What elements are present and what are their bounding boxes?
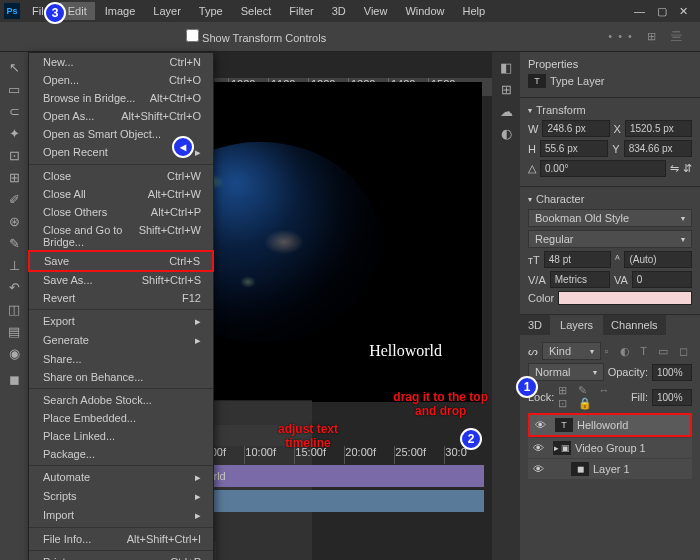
move-tool[interactable]: ↖	[0, 56, 28, 78]
visibility-icon[interactable]: 👁	[533, 419, 547, 431]
document-area: world, RGB/8) * × 6007008009001000110012…	[28, 52, 492, 560]
menu-item-export[interactable]: Export▸	[29, 312, 213, 331]
layer-layer-1[interactable]: 👁◼Layer 1	[528, 459, 692, 479]
swatches-icon[interactable]: ⊞	[492, 78, 520, 100]
transform-controls-check[interactable]: Show Transform Controls	[186, 29, 326, 44]
close-icon[interactable]: ✕	[679, 5, 688, 18]
layer-type: Type Layer	[550, 75, 604, 87]
flip-v-icon[interactable]: ⇵	[683, 162, 692, 175]
visibility-icon[interactable]: 👁	[531, 442, 545, 454]
menu-item-open-as-[interactable]: Open As...Alt+Shift+Ctrl+O	[29, 107, 213, 125]
marker-2: 2	[460, 428, 482, 450]
opacity-field[interactable]: 100%	[652, 364, 692, 381]
menu-view[interactable]: View	[356, 2, 396, 20]
menu-help[interactable]: Help	[455, 2, 494, 20]
visibility-icon[interactable]: 👁	[531, 463, 545, 475]
menu-item-automate[interactable]: Automate▸	[29, 468, 213, 487]
layer-video-group-1[interactable]: 👁▸ ▣Video Group 1	[528, 438, 692, 458]
menu-item-search-adobe-stock-[interactable]: Search Adobe Stock...	[29, 391, 213, 409]
text-layer[interactable]: Helloworld	[369, 342, 442, 360]
color-swatch[interactable]	[558, 291, 692, 305]
menu-window[interactable]: Window	[397, 2, 452, 20]
menu-item-share-[interactable]: Share...	[29, 350, 213, 368]
swatch[interactable]: ◼	[0, 364, 28, 394]
layer-helloworld[interactable]: 👁THelloworld	[528, 413, 692, 437]
tools-panel: ↖ ▭ ⊂ ✦ ⊡ ⊞ ✐ ⊛ ✎ ⊥ ↶ ◫ ▤ ◉ ◼	[0, 52, 28, 560]
tracking-field[interactable]: Metrics	[550, 271, 610, 288]
align-icons[interactable]: ••• ⊞ 亖	[608, 29, 700, 44]
menu-item-place-embedded-[interactable]: Place Embedded...	[29, 409, 213, 427]
color-icon[interactable]: ◧	[492, 56, 520, 78]
menu-item-close-all[interactable]: Close AllAlt+Ctrl+W	[29, 185, 213, 203]
layer-filter[interactable]: Kind▾	[542, 342, 601, 360]
annotation-drag: drag it to the top and drop	[393, 390, 488, 418]
properties-title: Properties	[528, 58, 692, 70]
font-style-select[interactable]: Regular▾	[528, 230, 692, 248]
character-title: Character	[536, 193, 584, 205]
width-field[interactable]: 248.6 px	[542, 120, 609, 137]
menu-item-browse-in-bridge-[interactable]: Browse in Bridge...Alt+Ctrl+O	[29, 89, 213, 107]
adjust-icon[interactable]: ◐	[492, 122, 520, 144]
libraries-icon[interactable]: ☁	[492, 100, 520, 122]
gradient-tool[interactable]: ▤	[0, 320, 28, 342]
menu-item-import[interactable]: Import▸	[29, 506, 213, 525]
menu-item-revert[interactable]: RevertF12	[29, 289, 213, 307]
marquee-tool[interactable]: ▭	[0, 78, 28, 100]
x-field[interactable]: 1520.5 px	[625, 120, 692, 137]
menu-select[interactable]: Select	[233, 2, 280, 20]
fill-field[interactable]: 100%	[652, 389, 692, 406]
menu-item-generate[interactable]: Generate▸	[29, 331, 213, 350]
history-tool[interactable]: ↶	[0, 276, 28, 298]
eyedropper-tool[interactable]: ✐	[0, 188, 28, 210]
3d-tab[interactable]: 3D	[520, 315, 550, 335]
brush-tool[interactable]: ✎	[0, 232, 28, 254]
blend-mode[interactable]: Normal▾	[528, 363, 604, 381]
font-family-select[interactable]: Bookman Old Style▾	[528, 209, 692, 227]
menu-item-save-as-[interactable]: Save As...Shift+Ctrl+S	[29, 271, 213, 289]
y-field[interactable]: 834.66 px	[624, 140, 692, 157]
crop-tool[interactable]: ⊡	[0, 144, 28, 166]
menu-3d[interactable]: 3D	[324, 2, 354, 20]
lasso-tool[interactable]: ⊂	[0, 100, 28, 122]
file-menu-dropdown: New...Ctrl+NOpen...Ctrl+OBrowse in Bridg…	[28, 52, 214, 560]
blur-tool[interactable]: ◉	[0, 342, 28, 364]
channels-tab[interactable]: Channels	[603, 315, 665, 335]
frame-tool[interactable]: ⊞	[0, 166, 28, 188]
menu-filter[interactable]: Filter	[281, 2, 321, 20]
menu-layer[interactable]: Layer	[145, 2, 189, 20]
kern-field[interactable]: 0	[632, 271, 692, 288]
window-controls: — ▢ ✕	[634, 5, 696, 18]
menu-item-file-info-[interactable]: File Info...Alt+Shift+Ctrl+I	[29, 530, 213, 548]
wand-tool[interactable]: ✦	[0, 122, 28, 144]
layers-tab[interactable]: Layers	[552, 315, 601, 335]
right-panels: Properties TType Layer ▾Transform W248.6…	[520, 52, 700, 560]
menu-item-save[interactable]: SaveCtrl+S	[28, 250, 214, 272]
leading-field[interactable]: (Auto)	[624, 251, 692, 268]
angle-field[interactable]: 0.00°	[540, 160, 666, 177]
menu-item-scripts[interactable]: Scripts▸	[29, 487, 213, 506]
menu-item-share-on-behance-[interactable]: Share on Behance...	[29, 368, 213, 386]
minimize-icon[interactable]: —	[634, 5, 645, 18]
menu-item-new-[interactable]: New...Ctrl+N	[29, 53, 213, 71]
menu-type[interactable]: Type	[191, 2, 231, 20]
stamp-tool[interactable]: ⊥	[0, 254, 28, 276]
annotation-adjust: adjust text timeline	[278, 422, 338, 450]
eraser-tool[interactable]: ◫	[0, 298, 28, 320]
options-bar: Show Transform Controls ••• ⊞ 亖	[0, 22, 700, 52]
menu-item-place-linked-[interactable]: Place Linked...	[29, 427, 213, 445]
type-icon: T	[528, 74, 546, 88]
maximize-icon[interactable]: ▢	[657, 5, 667, 18]
menu-item-close-and-go-to-bridge-[interactable]: Close and Go to Bridge...Shift+Ctrl+W	[29, 221, 213, 251]
marker-arrow: ◂	[172, 136, 194, 158]
flip-h-icon[interactable]: ⇋	[670, 162, 679, 175]
font-size-field[interactable]: 48 pt	[544, 251, 612, 268]
menu-item-close[interactable]: CloseCtrl+W	[29, 167, 213, 185]
right-icon-bar: ◧ ⊞ ☁ ◐	[492, 52, 520, 560]
menu-image[interactable]: Image	[97, 2, 144, 20]
transform-title: Transform	[536, 104, 586, 116]
menu-item-print-[interactable]: Print...Ctrl+P	[29, 553, 213, 560]
menubar: Ps FileEditImageLayerTypeSelectFilter3DV…	[0, 0, 700, 22]
heal-tool[interactable]: ⊛	[0, 210, 28, 232]
menu-item-open-[interactable]: Open...Ctrl+O	[29, 71, 213, 89]
height-field[interactable]: 55.6 px	[540, 140, 608, 157]
